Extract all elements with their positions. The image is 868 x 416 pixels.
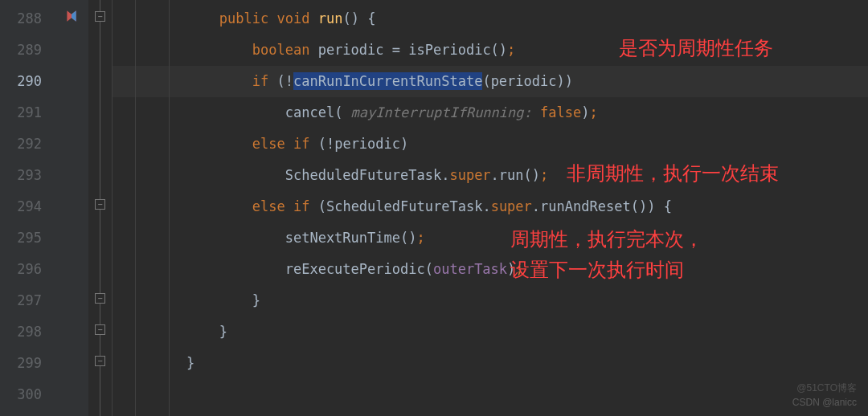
code-line[interactable]: }	[113, 285, 868, 316]
code-line[interactable]: boolean periodic = isPeriodic();	[113, 35, 868, 66]
watermark-text: CSDN @lanicc	[792, 397, 857, 408]
selected-identifier: canRunInCurrentRunState	[293, 72, 482, 90]
line-number[interactable]: 292	[0, 128, 56, 160]
watermark-text: @51CTO博客	[796, 381, 857, 395]
code-line[interactable]: reExecutePeriodic(outerTask);	[113, 254, 868, 285]
line-number[interactable]: 296	[0, 254, 56, 285]
code-line[interactable]: public void run() {	[113, 3, 868, 35]
override-method-icon[interactable]	[64, 10, 79, 24]
code-line[interactable]: else if (ScheduledFutureTask.super.runAn…	[113, 191, 868, 222]
fold-toggle[interactable]: −	[95, 356, 105, 366]
line-number[interactable]: 293	[0, 160, 56, 191]
line-number[interactable]: 299	[0, 348, 56, 379]
fold-toggle[interactable]: −	[95, 293, 105, 304]
code-line[interactable]: ScheduledFutureTask.super.run();	[113, 160, 868, 191]
code-line[interactable]: }	[113, 348, 868, 379]
line-number[interactable]: 298	[0, 316, 56, 348]
code-text-area[interactable]: public void run() { boolean periodic = i…	[113, 0, 868, 416]
fold-column: − − − − −	[88, 0, 113, 416]
code-line[interactable]: setNextRunTime();	[113, 222, 868, 254]
fold-toggle[interactable]: −	[95, 324, 105, 335]
code-line[interactable]: cancel( mayInterruptIfRunning: false);	[113, 97, 868, 128]
code-line[interactable]: else if (!periodic)	[113, 128, 868, 160]
line-number[interactable]: 297	[0, 285, 56, 316]
line-number-current[interactable]: 290	[0, 66, 56, 97]
code-line[interactable]: }	[113, 316, 868, 348]
line-number[interactable]: 295	[0, 222, 56, 254]
code-editor: 288 289 290 291 292 293 294 295 296 297 …	[0, 0, 868, 416]
code-line[interactable]	[113, 379, 868, 410]
line-number[interactable]: 294	[0, 191, 56, 222]
code-line-current[interactable]: if (!canRunInCurrentRunState(periodic))	[113, 66, 868, 97]
line-number[interactable]: 291	[0, 97, 56, 128]
line-number[interactable]: 300	[0, 379, 56, 410]
fold-toggle[interactable]: −	[95, 199, 105, 210]
gutter-icon-column	[56, 0, 88, 416]
line-number-gutter: 288 289 290 291 292 293 294 295 296 297 …	[0, 0, 56, 416]
line-number[interactable]: 289	[0, 35, 56, 66]
fold-toggle[interactable]: −	[95, 11, 105, 22]
line-number[interactable]: 288	[0, 3, 56, 35]
